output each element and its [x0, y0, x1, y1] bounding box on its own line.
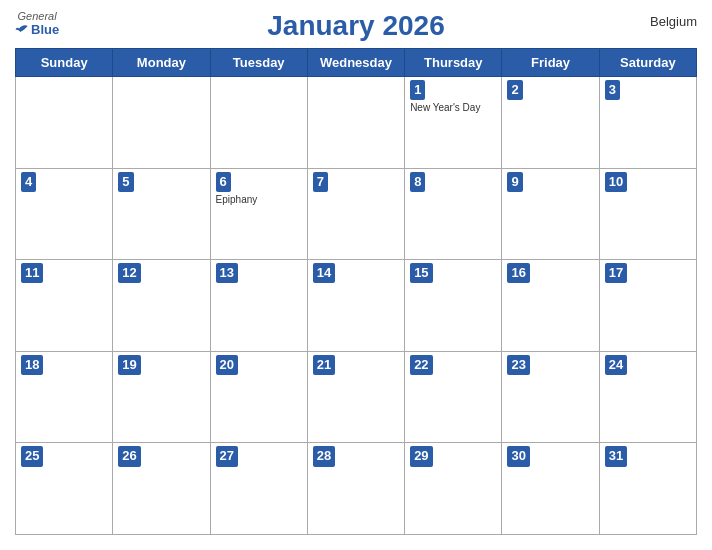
day-number: 15 — [410, 263, 432, 283]
holiday-name: New Year's Day — [410, 102, 496, 113]
header-sunday: Sunday — [16, 49, 113, 77]
calendar-day-cell: 3 — [599, 77, 696, 169]
day-number: 21 — [313, 355, 335, 375]
day-number: 4 — [21, 172, 36, 192]
calendar-day-cell: 18 — [16, 351, 113, 443]
calendar-day-cell: 6Epiphany — [210, 168, 307, 260]
calendar-day-cell: 15 — [405, 260, 502, 352]
header-monday: Monday — [113, 49, 210, 77]
calendar-day-cell: 5 — [113, 168, 210, 260]
day-number: 19 — [118, 355, 140, 375]
calendar-week-row: 456Epiphany78910 — [16, 168, 697, 260]
day-number: 17 — [605, 263, 627, 283]
calendar-day-cell: 7 — [307, 168, 404, 260]
calendar-week-row: 11121314151617 — [16, 260, 697, 352]
holiday-name: Epiphany — [216, 194, 302, 205]
day-number: 8 — [410, 172, 425, 192]
calendar-day-cell: 4 — [16, 168, 113, 260]
day-number: 29 — [410, 446, 432, 466]
header-wednesday: Wednesday — [307, 49, 404, 77]
logo-blue-text: Blue — [15, 22, 59, 37]
day-number: 9 — [507, 172, 522, 192]
calendar-day-cell: 20 — [210, 351, 307, 443]
calendar-day-cell: 31 — [599, 443, 696, 535]
day-number: 24 — [605, 355, 627, 375]
calendar-day-cell: 13 — [210, 260, 307, 352]
calendar-day-cell: 10 — [599, 168, 696, 260]
header-thursday: Thursday — [405, 49, 502, 77]
day-number: 18 — [21, 355, 43, 375]
day-number: 26 — [118, 446, 140, 466]
day-number: 22 — [410, 355, 432, 375]
calendar-day-cell: 21 — [307, 351, 404, 443]
day-number: 10 — [605, 172, 627, 192]
day-number: 25 — [21, 446, 43, 466]
calendar-day-cell: 14 — [307, 260, 404, 352]
calendar-day-cell: 27 — [210, 443, 307, 535]
day-number: 27 — [216, 446, 238, 466]
calendar-header: General Blue January 2026 Belgium — [15, 10, 697, 42]
calendar-day-cell: 12 — [113, 260, 210, 352]
calendar-day-cell: 19 — [113, 351, 210, 443]
calendar-body: 1New Year's Day23456Epiphany789101112131… — [16, 77, 697, 535]
calendar-day-cell: 9 — [502, 168, 599, 260]
calendar-day-cell: 26 — [113, 443, 210, 535]
days-header-row: Sunday Monday Tuesday Wednesday Thursday… — [16, 49, 697, 77]
logo: General Blue — [15, 10, 59, 37]
header-friday: Friday — [502, 49, 599, 77]
calendar-day-cell: 29 — [405, 443, 502, 535]
day-number: 12 — [118, 263, 140, 283]
day-number: 11 — [21, 263, 43, 283]
day-number: 7 — [313, 172, 328, 192]
day-number: 28 — [313, 446, 335, 466]
day-number: 5 — [118, 172, 133, 192]
day-number: 30 — [507, 446, 529, 466]
calendar-day-cell: 28 — [307, 443, 404, 535]
calendar-day-cell: 17 — [599, 260, 696, 352]
day-number: 14 — [313, 263, 335, 283]
calendar-day-cell — [307, 77, 404, 169]
day-number: 16 — [507, 263, 529, 283]
calendar-week-row: 18192021222324 — [16, 351, 697, 443]
calendar-day-cell: 23 — [502, 351, 599, 443]
calendar-country: Belgium — [650, 14, 697, 29]
calendar-title: January 2026 — [267, 10, 444, 42]
calendar-day-cell: 16 — [502, 260, 599, 352]
day-number: 20 — [216, 355, 238, 375]
calendar-day-cell: 1New Year's Day — [405, 77, 502, 169]
calendar-table: Sunday Monday Tuesday Wednesday Thursday… — [15, 48, 697, 535]
calendar-day-cell: 25 — [16, 443, 113, 535]
day-number: 31 — [605, 446, 627, 466]
calendar-day-cell: 24 — [599, 351, 696, 443]
day-number: 13 — [216, 263, 238, 283]
calendar-day-cell — [210, 77, 307, 169]
header-tuesday: Tuesday — [210, 49, 307, 77]
day-number: 1 — [410, 80, 425, 100]
logo-general-text: General — [18, 10, 57, 22]
day-number: 2 — [507, 80, 522, 100]
header-saturday: Saturday — [599, 49, 696, 77]
day-number: 3 — [605, 80, 620, 100]
calendar-container: General Blue January 2026 Belgium Sunday… — [0, 0, 712, 550]
calendar-week-row: 1New Year's Day23 — [16, 77, 697, 169]
day-number: 23 — [507, 355, 529, 375]
calendar-day-cell — [113, 77, 210, 169]
logo-bird-icon — [15, 23, 29, 37]
calendar-week-row: 25262728293031 — [16, 443, 697, 535]
day-number: 6 — [216, 172, 231, 192]
calendar-day-cell: 22 — [405, 351, 502, 443]
calendar-day-cell: 30 — [502, 443, 599, 535]
calendar-day-cell: 2 — [502, 77, 599, 169]
calendar-day-cell — [16, 77, 113, 169]
calendar-day-cell: 8 — [405, 168, 502, 260]
calendar-day-cell: 11 — [16, 260, 113, 352]
